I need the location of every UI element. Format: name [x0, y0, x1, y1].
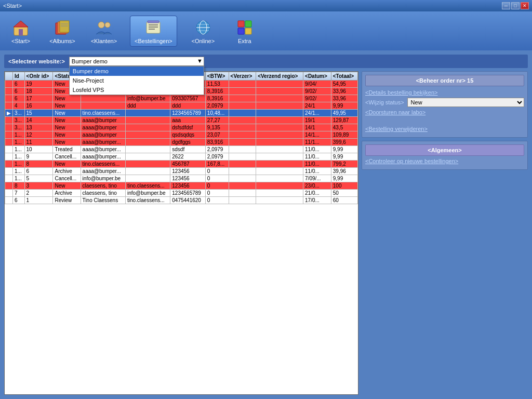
table-cell: 50 [331, 190, 357, 197]
table-cell: 14/1... [303, 131, 331, 139]
table-row[interactable]: 1...5Cancell...info@bumper.be12345607/09… [5, 175, 358, 182]
details-link[interactable]: <Details bestelling bekijken> [365, 89, 524, 96]
table-cell: New [53, 161, 81, 168]
table-row[interactable]: 1...11Newaaaa@bumper...dgdfggs83,91611/1… [5, 139, 358, 146]
table-cell: info@bumper.be [81, 175, 125, 182]
toolbar-label-albums: <Albums> [49, 38, 75, 44]
close-button[interactable]: ✕ [521, 2, 529, 9]
table-cell: 123456 [170, 182, 206, 190]
table-cell: 0 [205, 182, 229, 190]
table-cell: tino.claessens... [125, 182, 170, 190]
website-label: <Selecteer website:> [8, 58, 65, 64]
table-cell [256, 146, 303, 153]
table-cell: 6 [13, 88, 25, 95]
table-cell [256, 161, 303, 168]
table-cell: 19/1 [303, 117, 331, 124]
table-cell: 1... [13, 168, 25, 175]
table-cell: ddd [170, 102, 206, 110]
table-cell: 8,3916 [205, 88, 229, 95]
table-cell: 0 [205, 197, 229, 204]
table-cell: aaaa@bumper... [81, 146, 125, 153]
table-cell: 7 [13, 190, 25, 197]
table-cell: New [53, 182, 81, 190]
col-onlr: <Onlr id> [24, 72, 53, 81]
table-cell [5, 139, 13, 146]
table-row[interactable]: 617Newinfo@bumper.be0933075678,39169/02/… [5, 95, 358, 102]
table-row[interactable]: 3...13Newaaaa@bumperdsfsdfdsf9,13514/143… [5, 124, 358, 131]
table-row[interactable]: 72Archiveclaessens, tinoinfo@bumper.be12… [5, 190, 358, 197]
table-cell [125, 139, 170, 146]
status-row: <Wijzig status> New Treated Cancelled Ar… [365, 98, 524, 107]
table-row[interactable]: 416Newdddddd2,097924/19,99 [5, 102, 358, 110]
col-indicator [5, 72, 13, 81]
controleer-link[interactable]: <Controleer op nieuwe bestellingen> [365, 158, 524, 164]
dropdown-option-0[interactable]: Bumper demo [70, 66, 204, 76]
table-row[interactable]: 3...14Newaaaa@bumperaaa27,2719/1129,87 [5, 117, 358, 124]
table-cell [125, 124, 170, 131]
dropdown-option-1[interactable]: Nise-Project [70, 76, 204, 85]
website-select-display[interactable]: Bumper demo ▼ [69, 57, 204, 66]
table-cell: 39,96 [331, 168, 357, 175]
table-cell: tino.claessens... [81, 110, 125, 117]
table-cell [229, 131, 256, 139]
table-cell: New [53, 95, 81, 102]
table-cell: Treated [53, 146, 81, 153]
table-cell: Archive [53, 168, 81, 175]
table-cell: 11/0... [303, 153, 331, 161]
table-cell: 0 [205, 168, 229, 175]
table-cell [229, 182, 256, 190]
table-row[interactable]: 1...10Treatedaaaa@bumper...sdsdf2,097911… [5, 146, 358, 153]
verwijderen-link[interactable]: <Bestelling verwijderen> [365, 126, 524, 132]
table-cell: 167,8... [205, 161, 229, 168]
table-cell: New [53, 110, 81, 117]
table-cell: 10 [24, 146, 53, 153]
table-cell: 5 [24, 175, 53, 182]
table-cell: New [53, 117, 81, 124]
toolbar-item-albums[interactable]: <Albums> [47, 18, 78, 44]
col-id: Id [13, 72, 25, 81]
table-cell: 33,96 [331, 88, 357, 95]
table-cell [125, 131, 170, 139]
table-cell [125, 117, 170, 124]
table-cell: aaaa@bumper... [81, 153, 125, 161]
table-cell: 2622 [170, 153, 206, 161]
col-btw: <BTW> [205, 72, 229, 81]
toolbar-label-online: <Online> [191, 38, 215, 44]
toolbar-item-online[interactable]: <Online> [188, 18, 219, 44]
table-cell [229, 110, 256, 117]
maximize-button[interactable]: □ [511, 2, 520, 9]
toolbar-label-klanten: <Klanten> [91, 38, 117, 44]
table-cell: 3 [24, 182, 53, 190]
table-row[interactable]: 1...12Newaaaa@bumperqsdsqdqs23,0714/1...… [5, 131, 358, 139]
toolbar-item-bestellingen[interactable]: <Bestellingen> [130, 16, 177, 47]
table-row[interactable]: 1...9Cancell...aaaa@bumper...26222,09791… [5, 153, 358, 161]
dropdown-option-2[interactable]: Losfeld VPS [70, 85, 204, 95]
toolbar: <Start> <Albums> <Klanten> [0, 11, 532, 50]
table-row[interactable]: ▶3...15Newtino.claessens...123456578910,… [5, 110, 358, 117]
status-select[interactable]: New Treated Cancelled Archive Review [407, 98, 524, 107]
table-row[interactable]: 1...6Archiveaaaa@bumper...123456011/0...… [5, 168, 358, 175]
table-cell: aaaa@bumper... [81, 139, 125, 146]
table-row[interactable]: 1...8Newtino.claessens...456787167,8...1… [5, 161, 358, 168]
toolbar-item-start[interactable]: <Start> [5, 18, 36, 44]
table-row[interactable]: 83Newclaessens, tinotino.claessens...123… [5, 182, 358, 190]
table-cell: aaaa@bumper... [81, 168, 125, 175]
table-cell: 11/1... [303, 139, 331, 146]
toolbar-item-klanten[interactable]: <Klanten> [88, 18, 119, 44]
table-cell [125, 161, 170, 168]
table-cell: Archive [53, 190, 81, 197]
table-cell: 23/0... [303, 182, 331, 190]
doorsturen-link[interactable]: <Doorsturen naar labo> [365, 109, 524, 115]
home-icon [11, 18, 30, 37]
table-cell [229, 197, 256, 204]
table-cell: 1234565789 [170, 110, 206, 117]
toolbar-item-extra[interactable]: Extra [229, 18, 260, 44]
table-row[interactable]: 61ReviewTino Claessenstino.claessens...0… [5, 197, 358, 204]
minimize-button[interactable]: ─ [502, 2, 510, 9]
table-cell [5, 131, 13, 139]
table-cell: 11/0... [303, 146, 331, 153]
table-cell [256, 182, 303, 190]
table-cell: 9/04/ [303, 81, 331, 88]
order-header: <Beheer order nr> 15 [365, 75, 524, 86]
table-cell [256, 153, 303, 161]
